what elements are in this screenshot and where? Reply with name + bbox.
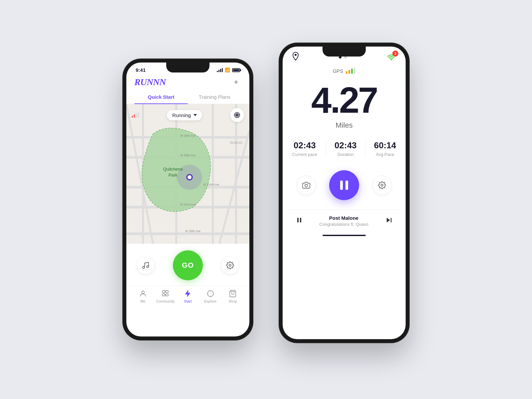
status-icons: 📶 <box>217 67 240 72</box>
stat-avg-pace-value: 60:14 <box>374 140 396 151</box>
go-button-label: GO <box>182 261 194 270</box>
nav-label-shop: Shop <box>228 299 237 303</box>
broadcast-button[interactable] <box>230 108 244 122</box>
tab-quick-start[interactable]: Quick Start <box>134 91 188 104</box>
nav-label-explore: Explore <box>204 299 216 303</box>
nav-item-explore[interactable]: Explore <box>199 289 222 303</box>
gear-icon <box>378 181 386 189</box>
music-button[interactable] <box>137 257 154 274</box>
svg-point-37 <box>305 184 308 187</box>
svg-point-27 <box>142 291 144 294</box>
gps-label: GPS <box>333 68 343 74</box>
distance-unit: Miles <box>291 121 398 130</box>
phone-1: 9:41 📶 RUNNN + <box>123 59 253 340</box>
settings-button-2[interactable] <box>372 176 392 195</box>
music-pause-button[interactable] <box>296 217 303 225</box>
svg-point-36 <box>391 59 392 61</box>
svg-text:W 30th Ave: W 30th Ave <box>180 154 196 157</box>
status-time: 9:41 <box>136 67 146 73</box>
settings-button[interactable] <box>221 257 239 274</box>
music-icon <box>142 261 150 269</box>
gps-row: GPS <box>283 65 406 75</box>
tab-training-plans[interactable]: Training Plans <box>188 91 241 104</box>
app-header: RUNNN + <box>126 74 249 91</box>
compass-icon <box>206 289 215 298</box>
svg-rect-39 <box>297 218 299 222</box>
stat-current-pace-value: 02:43 <box>292 140 317 151</box>
music-info: Post Malone Congratulations ft. Quavo <box>319 215 368 227</box>
stat-duration: 02:43 Duration <box>334 140 357 157</box>
music-player: Post Malone Congratulations ft. Quavo <box>289 209 399 232</box>
stat-current-pace: 02:43 Current pace <box>292 140 317 157</box>
signal-icon <box>217 68 223 72</box>
svg-text:W 32nd Ave: W 32nd Ave <box>203 183 219 186</box>
stat-divider-1 <box>326 140 326 157</box>
svg-text:Quilchena: Quilchena <box>163 167 183 172</box>
svg-text:W 29th Ave: W 29th Ave <box>180 134 196 137</box>
nav-item-community[interactable]: Community <box>154 289 177 303</box>
stat-duration-value: 02:43 <box>334 140 357 151</box>
svg-rect-40 <box>300 218 301 222</box>
wifi-notification[interactable]: 3 <box>386 53 396 62</box>
svg-text:Park: Park <box>169 173 178 178</box>
stat-avg-pace-label: Avg.Pace <box>374 152 396 157</box>
bag-icon <box>228 289 237 298</box>
svg-point-25 <box>147 266 149 268</box>
music-song: Congratulations ft. Quavo <box>319 222 368 227</box>
svg-point-0 <box>236 114 238 116</box>
notification-badge: 3 <box>392 51 398 57</box>
activity-selector[interactable]: Running <box>167 110 202 120</box>
nav-item-me[interactable]: Me <box>132 289 154 303</box>
svg-point-15 <box>188 175 192 179</box>
svg-point-24 <box>143 266 145 268</box>
gps-bars <box>346 68 355 74</box>
add-button[interactable]: + <box>231 77 241 87</box>
lightning-icon <box>184 289 192 298</box>
svg-rect-41 <box>391 218 392 222</box>
gps-signal-indicator <box>132 112 139 118</box>
svg-point-38 <box>381 184 383 186</box>
distance-value: 4.27 <box>291 82 398 118</box>
svg-rect-31 <box>166 294 168 296</box>
notch-2 <box>323 47 366 57</box>
app-logo: RUNNN <box>134 77 166 87</box>
stats-row: 02:43 Current pace 02:43 Duration 60:14 … <box>283 132 406 164</box>
music-next-button[interactable] <box>385 216 392 225</box>
location-icon <box>292 52 299 63</box>
phones-container: 9:41 📶 RUNNN + <box>123 57 409 342</box>
chevron-down-icon <box>194 114 197 116</box>
bottom-controls: GO <box>126 244 249 286</box>
wifi-icon: 📶 <box>225 67 230 72</box>
svg-point-26 <box>229 264 231 266</box>
pause-button[interactable] <box>329 170 359 200</box>
nav-item-start[interactable]: Start <box>177 289 199 303</box>
stat-duration-label: Duration <box>334 152 357 157</box>
battery-icon <box>232 68 240 72</box>
home-indicator <box>323 235 366 236</box>
nav-label-start: Start <box>184 299 192 303</box>
run-controls <box>283 164 406 209</box>
svg-text:W 35th Ave: W 35th Ave <box>185 229 200 233</box>
go-button[interactable]: GO <box>173 250 203 280</box>
nav-label-community: Community <box>156 299 175 303</box>
stat-divider-2 <box>365 140 365 157</box>
bottom-nav: Me Community <box>126 286 249 310</box>
notch <box>166 63 209 72</box>
music-title: Post Malone <box>319 215 368 221</box>
svg-rect-30 <box>162 294 165 296</box>
svg-text:W 33rd Ave: W 33rd Ave <box>180 203 196 206</box>
phone-1-screen: 9:41 📶 RUNNN + <box>126 63 249 336</box>
nav-item-shop[interactable]: Shop <box>221 289 244 303</box>
svg-rect-29 <box>166 291 168 293</box>
map: Quilchena Park W 29th Ave W 30th Ave W 3… <box>126 104 249 244</box>
map-container: Running <box>126 104 249 244</box>
camera-button[interactable] <box>297 176 316 195</box>
phone-2-screen: 3 GPS 4.27 Miles 02: <box>283 47 406 339</box>
stat-current-pace-label: Current pace <box>292 152 317 157</box>
tabs: Quick Start Training Plans <box>126 91 249 104</box>
nav-label-me: Me <box>140 299 145 303</box>
map-controls: Running <box>132 108 244 122</box>
pause-icon <box>340 181 348 190</box>
distance-display: 4.27 Miles <box>283 75 406 132</box>
broadcast-icon <box>233 111 241 119</box>
